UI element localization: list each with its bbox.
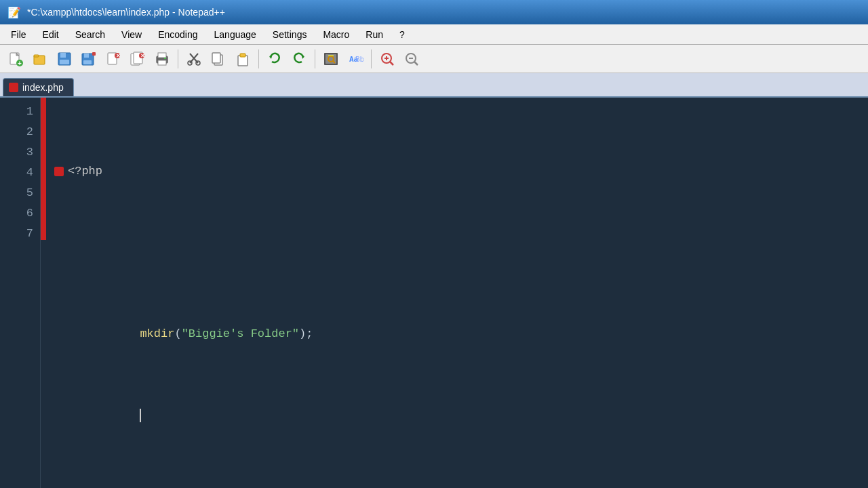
- zoom-in-button[interactable]: [376, 47, 399, 70]
- code-area[interactable]: <?php mkdir("Biggie's Folder");: [46, 98, 321, 488]
- svg-rect-31: [240, 54, 245, 57]
- svg-rect-11: [83, 60, 92, 64]
- app-icon: 📝: [7, 5, 22, 20]
- menu-language[interactable]: Language: [206, 26, 264, 43]
- text-cursor-line4: [140, 409, 141, 422]
- close-button[interactable]: ✕: [102, 47, 125, 70]
- replace-button[interactable]: Aa Bb: [344, 47, 367, 70]
- menu-settings[interactable]: Settings: [264, 26, 315, 43]
- menu-edit[interactable]: Edit: [35, 26, 67, 43]
- svg-rect-37: [328, 55, 334, 56]
- cut-button[interactable]: [182, 47, 205, 70]
- svg-rect-8: [60, 60, 69, 64]
- find-button[interactable]: [319, 47, 342, 70]
- svg-line-46: [414, 62, 418, 65]
- menu-run[interactable]: Run: [357, 26, 391, 43]
- separator-4: [371, 49, 372, 68]
- menu-help[interactable]: ?: [391, 26, 413, 43]
- editor-area[interactable]: 1 2 3 4 5 6 7: [0, 98, 868, 488]
- svg-rect-5: [34, 55, 39, 57]
- svg-rect-10: [84, 54, 89, 58]
- undo-button[interactable]: [263, 47, 286, 70]
- menu-search[interactable]: Search: [67, 26, 113, 43]
- bookmark-icon-line1: [54, 167, 64, 176]
- paste-button[interactable]: [231, 47, 254, 70]
- svg-text:✕: ✕: [116, 53, 121, 59]
- code-line-3: mkdir("Biggie's Folder");: [54, 324, 313, 344]
- svg-rect-7: [60, 53, 66, 58]
- code-line-1: <?php: [54, 161, 313, 182]
- code-content-line1: <?php: [68, 161, 102, 182]
- tab-label: index.php: [22, 82, 64, 93]
- menu-macro[interactable]: Macro: [315, 26, 357, 43]
- svg-rect-21: [158, 53, 166, 58]
- copy-button[interactable]: [207, 47, 230, 70]
- code-line-2: [54, 243, 313, 263]
- separator-1: [178, 49, 178, 68]
- line-numbers: 1 2 3 4 5 6 7: [0, 98, 41, 488]
- tab-file-icon: [9, 83, 18, 92]
- toolbar: + ✕ ✕: [0, 45, 868, 73]
- new-button[interactable]: +: [4, 47, 27, 70]
- svg-rect-12: [92, 52, 96, 56]
- code-line-4: [54, 405, 313, 426]
- zoom-out-button[interactable]: [400, 47, 423, 70]
- code-content-line3: mkdir("Biggie's Folder");: [57, 304, 313, 365]
- open-button[interactable]: [28, 47, 52, 70]
- svg-text:Bb: Bb: [355, 55, 363, 64]
- svg-marker-32: [269, 56, 272, 59]
- sidebar-strip: [41, 98, 46, 488]
- title-bar: 📝 *C:\xampp\htdocs\learn\index.php - Not…: [0, 0, 868, 24]
- separator-3: [315, 49, 315, 68]
- print-button[interactable]: [151, 47, 174, 70]
- svg-rect-22: [158, 60, 166, 65]
- save-all-button[interactable]: [77, 47, 100, 70]
- save-button[interactable]: [53, 47, 76, 70]
- menu-bar: File Edit Search View Encoding Language …: [0, 24, 868, 45]
- title-text: *C:\xampp\htdocs\learn\index.php - Notep…: [27, 7, 225, 18]
- redo-button[interactable]: [288, 47, 311, 70]
- menu-encoding[interactable]: Encoding: [150, 26, 205, 43]
- tab-index-php[interactable]: index.php: [3, 78, 74, 96]
- svg-text:✕: ✕: [140, 53, 145, 59]
- svg-marker-33: [302, 56, 304, 59]
- svg-line-42: [390, 62, 393, 65]
- svg-text:+: +: [18, 60, 22, 66]
- menu-file[interactable]: File: [3, 26, 35, 43]
- separator-2: [258, 49, 259, 68]
- svg-rect-29: [212, 53, 220, 63]
- tab-bar: index.php: [0, 73, 868, 98]
- close-all-button[interactable]: ✕: [126, 47, 149, 70]
- menu-view[interactable]: View: [113, 26, 150, 43]
- svg-rect-23: [164, 58, 166, 59]
